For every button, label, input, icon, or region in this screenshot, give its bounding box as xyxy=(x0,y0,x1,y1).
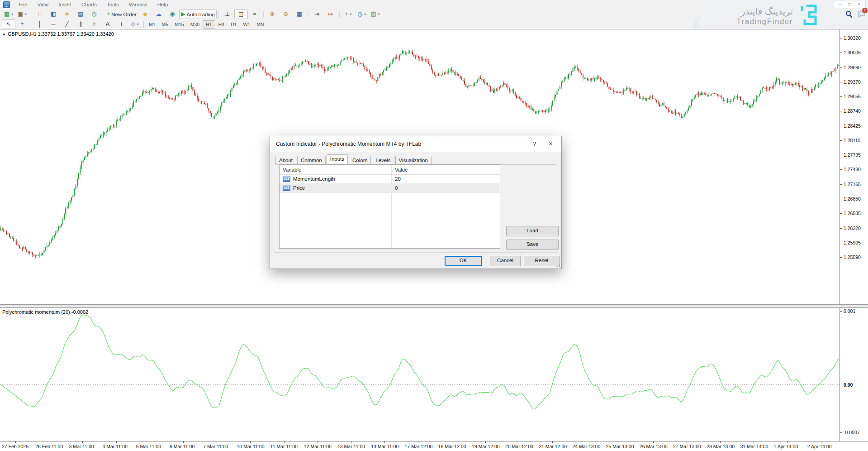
search-icon[interactable] xyxy=(845,10,853,18)
profiles-button[interactable]: ▣▾ xyxy=(15,10,29,19)
save-button[interactable]: Save xyxy=(506,240,559,250)
periods-button[interactable]: ◷▾ xyxy=(355,10,369,19)
label-button[interactable]: T xyxy=(114,19,128,29)
vertical-line-button[interactable]: │ xyxy=(33,19,47,29)
momentum-panel[interactable]: Polychromatic momentum (20) -0.0002 xyxy=(0,307,840,441)
table-row[interactable]: 123MomentumLength20 xyxy=(280,174,500,184)
timeframe-mn[interactable]: MN xyxy=(253,20,267,29)
time-tick-mark xyxy=(720,441,721,443)
price-tick: 1.29370 xyxy=(844,79,861,85)
timeframe-h1[interactable]: H1 xyxy=(203,20,215,29)
templates-button[interactable]: ▨▾ xyxy=(369,10,382,19)
menu-insert[interactable]: Insert xyxy=(53,0,76,9)
time-tick: 17 Mar 12:00 xyxy=(404,444,432,449)
navigator-button[interactable]: ★ xyxy=(60,10,74,19)
chat-icon[interactable]: 1 xyxy=(857,10,865,18)
chevron-down-icon[interactable]: ▼ xyxy=(2,33,6,37)
terminal-button[interactable]: ▤ xyxy=(74,10,87,19)
horizontal-line-button[interactable]: ─ xyxy=(47,19,60,29)
text-icon: A xyxy=(106,21,109,27)
crosshair-button[interactable]: + xyxy=(15,19,29,29)
chart-shift-button[interactable]: ↦ xyxy=(324,10,337,19)
tab-colors[interactable]: Colors xyxy=(349,156,371,164)
signals-button[interactable]: ◉ xyxy=(166,10,179,19)
tile-windows-button[interactable]: ▦ xyxy=(293,10,306,19)
panel-splitter[interactable] xyxy=(0,304,868,308)
menu-file[interactable]: File xyxy=(14,0,33,9)
zoom-out-button[interactable]: ⊖ xyxy=(279,10,293,19)
zoom-in-button[interactable]: ⊕ xyxy=(266,10,279,19)
experts-button[interactable]: ☁ xyxy=(152,10,166,19)
timeframe-d1[interactable]: D1 xyxy=(228,20,240,29)
help-icon[interactable]: ? xyxy=(533,140,536,147)
reset-button[interactable]: Reset xyxy=(524,256,560,266)
menu-view[interactable]: View xyxy=(33,0,54,9)
timeframe-w1[interactable]: W1 xyxy=(240,20,253,29)
new-order-button[interactable]: +New Order xyxy=(105,10,138,19)
tab-common[interactable]: Common xyxy=(297,156,326,164)
shapes-button[interactable]: ◇▾ xyxy=(128,19,142,29)
price-axis[interactable]: 1.303201.300051.296901.293701.290551.287… xyxy=(840,29,868,441)
market-watch-icon: ∷ xyxy=(38,11,42,17)
table-row[interactable]: 123Price0 xyxy=(280,183,500,193)
metaeditor-button[interactable]: ◆ xyxy=(138,10,152,19)
load-button[interactable]: Load xyxy=(506,226,559,236)
time-axis[interactable]: 27 Feb 202528 Feb 11:003 Mar 11:004 Mar … xyxy=(0,441,868,451)
fibonacci-button[interactable]: ≡ xyxy=(87,19,101,29)
chevron-down-icon[interactable]: ▾ xyxy=(25,12,27,16)
time-tick-mark xyxy=(217,441,217,443)
new-order-icon: + xyxy=(107,11,110,17)
line-chart-type-button[interactable]: ≈ xyxy=(248,10,261,19)
bar-chart-type-button[interactable]: ⊥ xyxy=(221,10,234,19)
cancel-button[interactable]: Cancel xyxy=(490,256,521,266)
auto-scroll-button[interactable]: ⇥ xyxy=(310,10,324,19)
chevron-down-icon[interactable]: ▾ xyxy=(137,22,139,26)
channel-button[interactable]: ∥ xyxy=(74,19,87,29)
chevron-down-icon[interactable]: ▾ xyxy=(11,12,13,16)
restore-button[interactable]: □ xyxy=(845,2,854,7)
signals-icon: ◉ xyxy=(170,11,175,17)
toolbar-separator xyxy=(31,11,31,18)
parameters-table[interactable]: VariableValue123MomentumLength20123Price… xyxy=(279,164,500,249)
param-name: MomentumLength xyxy=(293,176,335,182)
indicators-button[interactable]: +▾ xyxy=(342,10,355,19)
timeframe-m30[interactable]: M30 xyxy=(187,20,203,29)
timeframe-h4[interactable]: H4 xyxy=(215,20,228,29)
trendline-button[interactable]: ╱ xyxy=(60,19,74,29)
menu-charts[interactable]: Charts xyxy=(76,0,102,9)
tab-about[interactable]: About xyxy=(275,156,296,164)
strategy-tester-button[interactable]: ◷ xyxy=(87,10,101,19)
data-window-button[interactable]: ◧ xyxy=(47,10,60,19)
timeframe-m15[interactable]: M15 xyxy=(171,20,187,29)
timeframe-m5[interactable]: M5 xyxy=(159,20,172,29)
time-tick-mark xyxy=(519,441,519,443)
market-watch-button[interactable]: ∷ xyxy=(33,10,47,19)
minimize-button[interactable]: – xyxy=(835,2,845,7)
price-tick: 1.30320 xyxy=(844,35,861,41)
resize-grip[interactable] xyxy=(556,263,560,268)
menu-help[interactable]: Help xyxy=(152,0,173,9)
new-chart-button[interactable]: ▦▾ xyxy=(2,10,15,19)
candlestick-type-button[interactable]: ◫ xyxy=(234,10,248,19)
dialog-close-icon[interactable]: × xyxy=(549,139,553,147)
param-value[interactable]: 0 xyxy=(391,185,398,191)
time-tick-mark xyxy=(15,441,16,443)
cursor-button[interactable]: ↖ xyxy=(2,19,15,29)
timeframe-m1[interactable]: M1 xyxy=(146,20,159,29)
tab-inputs[interactable]: Inputs xyxy=(327,154,348,164)
tab-levels[interactable]: Levels xyxy=(372,156,394,164)
text-button[interactable]: A xyxy=(101,19,114,29)
ok-button[interactable]: OK xyxy=(445,256,482,266)
menu-window[interactable]: Window xyxy=(124,0,152,9)
autotrading-button[interactable]: ▶AutoTrading xyxy=(179,10,217,19)
tab-visualization[interactable]: Visualization xyxy=(395,156,432,164)
time-tick-mark xyxy=(653,441,654,443)
time-tick: 3 Mar 11:00 xyxy=(69,444,94,449)
dialog-title-bar[interactable]: Custom Indicator - Polychromatic Momentu… xyxy=(270,136,561,152)
chevron-down-icon[interactable]: ▾ xyxy=(364,12,366,16)
param-value[interactable]: 20 xyxy=(391,176,401,182)
chevron-down-icon[interactable]: ▾ xyxy=(378,12,380,16)
close-button[interactable]: × xyxy=(854,2,864,7)
menu-tools[interactable]: Tools xyxy=(102,0,124,9)
chevron-down-icon[interactable]: ▾ xyxy=(350,12,351,16)
